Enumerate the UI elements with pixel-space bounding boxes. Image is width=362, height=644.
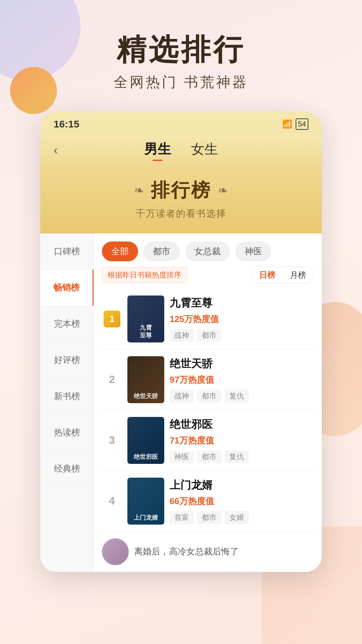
date-tabs: 日榜 月榜 [251, 267, 314, 283]
book-cover-text-3: 绝世邪医 [129, 453, 163, 461]
filter-tabs: 全部 都市 女总裁 神医 [94, 233, 322, 267]
book-cover-text-4: 上门龙婿 [129, 514, 163, 522]
book-tag-2-2: 复仇 [225, 390, 249, 402]
content-area: 全部 都市 女总裁 神医 根据昨日书籍热度排序 日榜 月榜 1 [94, 233, 322, 572]
book-heat-3: 71万热度值 [170, 435, 314, 446]
book-item-3[interactable]: 3 绝世邪医 绝世邪医 71万热度值 神医 都市 复仇 [99, 410, 316, 471]
sort-info: 根据昨日书籍热度排序 [102, 267, 187, 283]
back-button[interactable]: ‹ [54, 143, 58, 157]
status-icons: 📶 54 [282, 118, 308, 130]
book-info-1: 九霄至尊 125万热度值 战神 都市 [170, 296, 314, 342]
book-tag-3-2: 复仇 [225, 450, 249, 463]
main-content: 口碑榜 畅销榜 完本榜 好评榜 新书榜 热读榜 经典榜 全部 都市 女总裁 神医… [40, 233, 322, 572]
rank-number-1: 1 [104, 311, 120, 327]
status-bar: 16:15 📶 54 [40, 112, 322, 133]
promo-subtitle: 全网热门 书荒神器 [20, 73, 342, 92]
book-tag-4-0: 首富 [170, 511, 194, 524]
rank-number-4: 4 [102, 495, 122, 507]
nav-tabs: 男生 女生 [144, 140, 218, 161]
sidebar-item-classic[interactable]: 经典榜 [40, 451, 94, 487]
battery-icon: 54 [296, 118, 308, 130]
promo-header: 精选排行 全网热门 书荒神器 [0, 0, 362, 112]
book-info-2: 绝世天骄 97万热度值 战神 都市 复仇 [170, 357, 314, 402]
ranking-title: 排行榜 [151, 178, 211, 203]
book-tags-3: 神医 都市 复仇 [170, 450, 314, 463]
book-tag-1-1: 都市 [197, 329, 221, 342]
rank-number-3: 3 [102, 434, 122, 446]
book-title-4: 上门龙婿 [170, 478, 314, 493]
book-tag-2-0: 战神 [170, 390, 194, 402]
rank-badge-1: 1 [102, 311, 122, 327]
sidebar-item-complete[interactable]: 完本榜 [40, 306, 94, 342]
sidebar: 口碑榜 畅销榜 完本榜 好评榜 新书榜 热读榜 经典榜 [40, 233, 94, 572]
rank-badge-4: 4 [102, 495, 122, 507]
book-heat-4: 66万热度值 [170, 495, 314, 507]
book-info-4: 上门龙婿 66万热度值 首富 都市 女婿 [170, 478, 314, 524]
date-tab-daily[interactable]: 日榜 [252, 267, 283, 283]
book-list: 1 九霄至尊 九霄至尊 125万热度值 战神 都市 [94, 289, 322, 532]
ranking-subtitle: 千万读者的看书选择 [54, 207, 308, 220]
date-tab-monthly[interactable]: 月榜 [283, 267, 313, 283]
preview-text: 离婚后，高冷女总裁后悔了 [134, 546, 239, 557]
filter-doctor[interactable]: 神医 [235, 241, 272, 261]
book-cover-2: 绝世天骄 [127, 356, 164, 403]
book-tags-4: 首富 都市 女婿 [170, 511, 314, 524]
book-title-1: 九霄至尊 [170, 296, 314, 311]
book-cover-4: 上门龙婿 [127, 478, 164, 525]
book-tags-2: 战神 都市 复仇 [170, 390, 314, 402]
tab-female[interactable]: 女生 [191, 140, 218, 161]
book-title-3: 绝世邪医 [170, 417, 314, 432]
sidebar-item-reputation[interactable]: 口碑榜 [40, 233, 94, 270]
book-cover-text-1: 九霄至尊 [129, 324, 163, 340]
nav-bar: ‹ 男生 女生 [40, 133, 322, 168]
ranking-banner: ❧ 排行榜 ❧ 千万读者的看书选择 [40, 168, 322, 233]
leaf-left-icon: ❧ [134, 183, 144, 198]
status-time: 16:15 [54, 118, 79, 130]
book-tag-1-0: 战神 [170, 329, 194, 342]
book-cover-text-2: 绝世天骄 [129, 392, 163, 400]
book-cover-1: 九霄至尊 [127, 296, 164, 342]
filter-city[interactable]: 都市 [143, 241, 180, 261]
book-tag-3-0: 神医 [170, 450, 194, 463]
filter-female-ceo[interactable]: 女总裁 [185, 241, 230, 261]
book-heat-2: 97万热度值 [170, 374, 314, 386]
sidebar-item-bestseller[interactable]: 畅销榜 [40, 270, 94, 306]
sidebar-item-new[interactable]: 新书榜 [40, 378, 94, 415]
wifi-icon: 📶 [282, 119, 292, 129]
book-tags-1: 战神 都市 [170, 329, 314, 342]
preview-item[interactable]: 离婚后，高冷女总裁后悔了 [94, 532, 322, 572]
book-tag-3-1: 都市 [197, 450, 221, 463]
rank-badge-2: 2 [102, 373, 122, 386]
filter-all[interactable]: 全部 [102, 241, 138, 261]
book-tag-2-1: 都市 [197, 390, 221, 402]
book-item-2[interactable]: 2 绝世天骄 绝世天骄 97万热度值 战神 都市 复仇 [99, 350, 316, 410]
book-info-3: 绝世邪医 71万热度值 神医 都市 复仇 [170, 417, 314, 463]
leaf-right-icon: ❧ [218, 183, 228, 198]
sidebar-item-hot[interactable]: 热读榜 [40, 415, 94, 451]
promo-title: 精选排行 [20, 34, 342, 66]
sort-bar: 根据昨日书籍热度排序 日榜 月榜 [94, 267, 322, 289]
sidebar-item-reviews[interactable]: 好评榜 [40, 342, 94, 378]
book-cover-3: 绝世邪医 [127, 417, 164, 464]
phone-header: 16:15 📶 54 ‹ 男生 女生 ❧ 排行榜 ❧ 千万读者的看书选择 [40, 112, 322, 233]
phone-mockup: 16:15 📶 54 ‹ 男生 女生 ❧ 排行榜 ❧ 千万读者的看书选择 [40, 112, 322, 572]
rank-number-2: 2 [102, 373, 122, 386]
tab-male[interactable]: 男生 [144, 140, 171, 161]
book-tag-4-1: 都市 [197, 511, 221, 524]
preview-avatar [102, 538, 129, 565]
book-title-2: 绝世天骄 [170, 357, 314, 371]
book-item-4[interactable]: 4 上门龙婿 上门龙婿 66万热度值 首富 都市 女婿 [99, 471, 316, 532]
book-item-1[interactable]: 1 九霄至尊 九霄至尊 125万热度值 战神 都市 [99, 289, 316, 350]
rank-badge-3: 3 [102, 434, 122, 446]
book-heat-1: 125万热度值 [170, 313, 314, 325]
book-tag-4-2: 女婿 [225, 511, 249, 524]
ranking-title-container: ❧ 排行榜 ❧ [54, 178, 308, 203]
